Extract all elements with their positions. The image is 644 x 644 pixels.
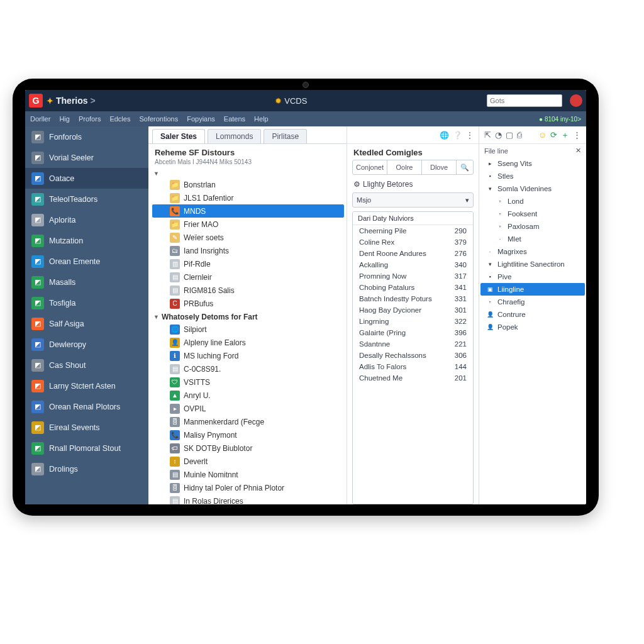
sidebar-item-drolings[interactable]: ◩Drolings: [25, 458, 148, 479]
tree-item[interactable]: 📁Frier MAO: [152, 218, 344, 231]
outline-item[interactable]: ▪Pive: [480, 270, 585, 283]
data-row[interactable]: Chuetned Me201: [353, 372, 473, 384]
outline-item[interactable]: 👤Popek: [480, 321, 585, 333]
outline-item[interactable]: ▫Paxlosam: [480, 220, 585, 233]
tree-item[interactable]: 🛡VSITTS: [152, 375, 344, 389]
data-row[interactable]: Cheerning Pile290: [353, 225, 473, 236]
data-row[interactable]: Batnch Indestty Poturs331: [353, 293, 473, 304]
seg-oolre[interactable]: Oolre: [387, 160, 422, 174]
print-icon[interactable]: ⎙: [517, 130, 522, 140]
tree-group-header[interactable]: ▼ Whatosely Detoms for Fart: [152, 311, 344, 323]
data-row[interactable]: Haog Bay Dycioner301: [353, 304, 473, 316]
menu-edcles[interactable]: Edcles: [109, 115, 130, 123]
menu-hig[interactable]: Hig: [59, 115, 70, 123]
tree-item[interactable]: 🗂Iand Insrights: [152, 244, 344, 257]
global-search-input[interactable]: [487, 94, 562, 107]
sidebar-item-fonforols[interactable]: ◩Fonforols: [25, 126, 148, 147]
outline-item[interactable]: ·Magrixes: [480, 245, 585, 258]
sidebar-item-larny-stctert-asten[interactable]: ◩Larny Stctert Asten: [25, 375, 148, 396]
sidebar-item-orean-emente[interactable]: ◩Orean Emente: [25, 251, 148, 272]
sidebar-item-rnall-plomoral-stout[interactable]: ◩Rnall Plomoral Stout: [25, 438, 148, 458]
menu-fopyians[interactable]: Fopyians: [187, 115, 215, 123]
add-icon[interactable]: ＋: [561, 130, 569, 141]
outline-item[interactable]: ▪Stles: [480, 170, 585, 182]
more-icon[interactable]: ⋮: [573, 130, 581, 140]
menu-help[interactable]: Help: [254, 115, 269, 123]
tree-item[interactable]: ▥Pif-Rdle: [152, 257, 344, 270]
data-row[interactable]: Coline Rex379: [353, 236, 473, 248]
tab-lommonds[interactable]: Lommonds: [208, 129, 261, 143]
seg-dlove[interactable]: Dlove: [422, 160, 457, 174]
tree-item[interactable]: 🌐Silpiort: [152, 323, 344, 336]
tree-item[interactable]: ↕Deverlt: [152, 455, 344, 468]
data-row[interactable]: Adlis To Falors144: [353, 361, 473, 372]
sidebar-item-eireal-sevents[interactable]: ◩Eireal Sevents: [25, 417, 148, 438]
search-icon[interactable]: 🔍: [457, 160, 473, 174]
data-row[interactable]: Lingrning322: [353, 316, 473, 327]
refresh-icon[interactable]: ⟳: [550, 130, 557, 140]
data-row[interactable]: Desally Rechalssons306: [353, 350, 473, 361]
data-row[interactable]: Promning Now317: [353, 270, 473, 282]
menu-dorller[interactable]: Dorller: [30, 115, 50, 123]
outline-list[interactable]: ▸Sseng Vits▪Stles▾Somla Videnines▫Lond▫F…: [479, 157, 586, 504]
tree-item[interactable]: 📁Bonstrlan: [152, 178, 344, 191]
menu-eatens[interactable]: Eatens: [224, 115, 245, 123]
tree-group-header[interactable]: ▼: [152, 169, 344, 178]
tree-item[interactable]: 📞MNDS: [152, 204, 344, 218]
tree-item[interactable]: ▤C-0C8S91.: [152, 362, 344, 375]
tree-item[interactable]: ▸OVPIL: [152, 402, 344, 415]
sidebar-item-salf-asiga[interactable]: ◩Salf Asiga: [25, 313, 148, 334]
sidebar-item-masalls[interactable]: ◩Masalls: [25, 272, 148, 292]
outline-item[interactable]: 👤Contrure: [480, 308, 585, 321]
sidebar-item-cas-shout[interactable]: ◩Cas Shout: [25, 355, 148, 375]
data-row[interactable]: Galairte (Pring396: [353, 327, 473, 338]
sidebar-item-oatace[interactable]: ◩Oatace: [25, 168, 148, 189]
sidebar-item-vorial-seeler[interactable]: ◩Vorial Seeler: [25, 147, 148, 168]
tree-item[interactable]: CPRBufus: [152, 297, 344, 310]
outline-item[interactable]: ▾Somla Videnines: [480, 182, 585, 195]
globe-icon[interactable]: 🌐: [440, 131, 449, 140]
face-icon[interactable]: ☺: [538, 130, 547, 140]
tree-item[interactable]: ▤Muinle Nomitnnt: [152, 468, 344, 481]
help-icon[interactable]: ❔: [453, 131, 462, 140]
dropdown-select[interactable]: Msjo ▾: [352, 192, 474, 208]
export-icon[interactable]: ⇱: [484, 130, 491, 140]
box-icon[interactable]: ▢: [506, 130, 513, 140]
outline-item[interactable]: ▣Liingline: [480, 283, 585, 296]
outline-item[interactable]: ·Mlet: [480, 233, 585, 245]
tree-item[interactable]: ▤RIGM816 Salis: [152, 284, 344, 297]
outline-item[interactable]: ▫Chraefig: [480, 296, 585, 308]
data-row[interactable]: Ackalling340: [353, 259, 473, 270]
tree-item[interactable]: 🗄Manmenkerdard (Fecge: [152, 415, 344, 428]
menu-profors[interactable]: Profors: [79, 115, 101, 123]
sidebar-item-teleolteadors[interactable]: ◩TeleolTeadors: [25, 189, 148, 209]
close-icon[interactable]: ✕: [575, 147, 581, 155]
tree-view[interactable]: ▼ 📁Bonstrlan📁JLS1 Dafentior📞MNDS📁Frier M…: [148, 168, 347, 504]
tree-item[interactable]: ▤In Rolas Direrices: [152, 494, 344, 504]
data-row[interactable]: Sdantnne221: [353, 338, 473, 350]
tree-item[interactable]: ✎Weïer soets: [152, 231, 344, 244]
sidebar-item-orean-renal-plotors[interactable]: ◩Orean Renal Plotors: [25, 396, 148, 417]
seg-conjonet[interactable]: Conjonet: [353, 160, 387, 174]
tab-saler-stes[interactable]: Saler Stes: [152, 129, 205, 143]
tree-item[interactable]: ℹMS luching Ford: [152, 349, 344, 362]
filter-segment[interactable]: Conjonet Oolre Dlove 🔍: [352, 160, 474, 175]
clock-icon[interactable]: ◔: [495, 130, 502, 140]
outline-item[interactable]: ▫Fooksent: [480, 208, 585, 220]
more-icon[interactable]: ⋮: [466, 131, 474, 140]
tree-item[interactable]: 🏷SK DOTBy Biublotor: [152, 441, 344, 455]
sidebar-item-dewleropy[interactable]: ◩Dewleropy: [25, 334, 148, 355]
sidebar-item-aplorita[interactable]: ◩Aplorita: [25, 209, 148, 230]
outline-item[interactable]: ▸Sseng Vits: [480, 157, 585, 170]
tree-item[interactable]: 🗄Hidny tal Poler of Phnia Plotor: [152, 481, 344, 494]
outline-item[interactable]: ▫Lond: [480, 195, 585, 208]
data-row[interactable]: Dent Roone Andures276: [353, 248, 473, 259]
data-row[interactable]: Chobing Patalurs341: [353, 282, 473, 293]
sidebar-item-tosfigla[interactable]: ◩Tosfigla: [25, 292, 148, 313]
alert-indicator-icon[interactable]: [570, 94, 582, 107]
menu-soferontions[interactable]: Soferontions: [139, 115, 178, 123]
tree-item[interactable]: ▲Anryl U.: [152, 389, 344, 402]
tree-item[interactable]: 📞Malisy Pnymont: [152, 428, 344, 441]
tree-item[interactable]: 📁JLS1 Dafentior: [152, 191, 344, 204]
tree-item[interactable]: 👤Alpleny line Ealors: [152, 336, 344, 349]
